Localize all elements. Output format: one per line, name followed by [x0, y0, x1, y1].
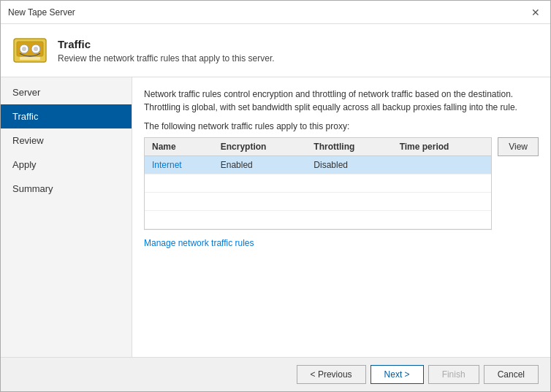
view-button[interactable]: View: [498, 137, 539, 156]
traffic-table: Name Encryption Throttling Time period I…: [145, 138, 491, 229]
svg-rect-6: [20, 57, 40, 60]
table-container: Name Encryption Throttling Time period I…: [144, 137, 492, 230]
sidebar-item-server[interactable]: Server: [1, 80, 132, 104]
close-button[interactable]: ✕: [528, 5, 543, 20]
cell-name: Internet: [145, 156, 213, 174]
svg-point-5: [34, 47, 38, 51]
col-header-timeperiod: Time period: [392, 138, 492, 156]
col-header-name: Name: [145, 138, 213, 156]
next-button[interactable]: Next >: [370, 365, 424, 384]
table-row[interactable]: Internet Enabled Disabled: [145, 156, 491, 174]
page-title: Traffic: [58, 38, 275, 50]
cancel-button[interactable]: Cancel: [484, 365, 539, 384]
finish-button[interactable]: Finish: [428, 365, 479, 384]
cell-throttling: Disabled: [306, 156, 392, 174]
table-row-empty2: [145, 193, 491, 211]
content-area: Server Traffic Review Apply Summary Netw…: [1, 77, 550, 357]
svg-point-3: [22, 47, 26, 51]
cell-encryption: Enabled: [213, 156, 307, 174]
table-row-empty3: [145, 211, 491, 229]
sidebar-item-summary[interactable]: Summary: [1, 177, 132, 201]
main-panel: Network traffic rules control encryption…: [132, 77, 550, 357]
header-text: Traffic Review the network traffic rules…: [58, 38, 275, 64]
dialog-title: New Tape Server: [8, 7, 75, 18]
sidebar: Server Traffic Review Apply Summary: [1, 77, 132, 357]
col-header-encryption: Encryption: [213, 138, 307, 156]
page-description: Review the network traffic rules that ap…: [58, 53, 275, 64]
footer: < Previous Next > Finish Cancel: [1, 357, 550, 391]
col-header-throttling: Throttling: [306, 138, 392, 156]
header-section: Traffic Review the network traffic rules…: [1, 24, 550, 77]
sidebar-item-review[interactable]: Review: [1, 128, 132, 153]
previous-button[interactable]: < Previous: [297, 365, 366, 384]
table-row-empty1: [145, 174, 491, 193]
cell-timeperiod: [392, 156, 492, 174]
manage-network-link[interactable]: Manage network traffic rules: [144, 238, 254, 248]
sub-text: The following network traffic rules appl…: [144, 121, 539, 131]
tape-icon: [12, 33, 48, 68]
sidebar-item-apply[interactable]: Apply: [1, 153, 132, 177]
title-bar: New Tape Server ✕: [1, 1, 550, 24]
dialog: New Tape Server ✕ Traffic Review the: [0, 0, 551, 392]
sidebar-item-traffic[interactable]: Traffic: [1, 104, 132, 128]
table-wrapper: Name Encryption Throttling Time period I…: [144, 137, 539, 237]
description-line1: Network traffic rules control encryption…: [144, 88, 539, 114]
